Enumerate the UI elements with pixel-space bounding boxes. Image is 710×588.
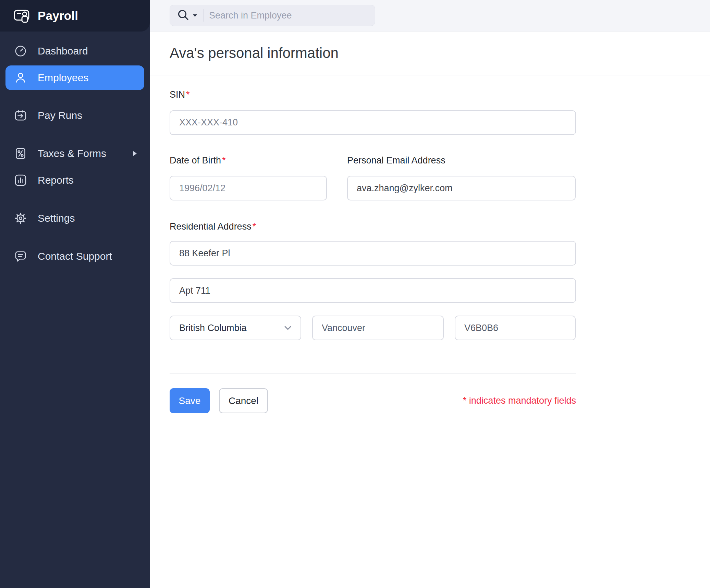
- province-select-value: British Columbia: [179, 323, 247, 333]
- form-actions: Save Cancel * indicates mandatory fields: [170, 388, 576, 413]
- sidebar-item-taxes-forms[interactable]: Taxes & Forms: [5, 141, 144, 166]
- email-input[interactable]: [347, 176, 576, 200]
- chevron-right-icon: [133, 150, 137, 157]
- page-title: Ava's personal information: [170, 45, 339, 61]
- topbar: [150, 0, 710, 32]
- search-icon: [177, 9, 191, 22]
- employees-icon: [14, 71, 27, 85]
- search-input[interactable]: [209, 10, 368, 21]
- sidebar-item-dashboard[interactable]: Dashboard: [5, 39, 144, 63]
- app-window: Payroll Dashboard Employees: [0, 0, 710, 588]
- sidebar-item-label: Dashboard: [38, 45, 88, 57]
- required-asterisk: *: [222, 156, 226, 166]
- page-header: Ava's personal information: [150, 32, 710, 75]
- sidebar-item-label: Pay Runs: [38, 110, 82, 121]
- logo-bar: Payroll: [0, 0, 150, 32]
- address-line2-input[interactable]: [170, 278, 576, 303]
- taxes-forms-icon: [14, 147, 27, 160]
- search-divider: [203, 9, 204, 22]
- required-asterisk: *: [253, 222, 256, 232]
- address-label: Residential Address*: [170, 222, 576, 232]
- dashboard-icon: [14, 44, 27, 58]
- divider: [170, 373, 576, 373]
- cancel-button[interactable]: Cancel: [219, 388, 268, 413]
- sidebar-item-pay-runs[interactable]: Pay Runs: [5, 103, 144, 128]
- sin-label-text: SIN: [170, 90, 185, 100]
- sidebar-item-contact-support[interactable]: Contact Support: [5, 244, 144, 269]
- sidebar-nav: Dashboard Employees Pay Runs: [0, 32, 150, 269]
- save-button[interactable]: Save: [170, 388, 210, 413]
- sidebar-item-employees[interactable]: Employees: [5, 65, 144, 90]
- sin-label: SIN*: [170, 90, 576, 100]
- sidebar-item-label: Contact Support: [38, 250, 112, 262]
- app-title: Payroll: [38, 9, 78, 23]
- pay-runs-icon: [14, 109, 27, 122]
- dob-input[interactable]: [170, 176, 327, 200]
- payroll-logo-icon: [13, 7, 30, 24]
- dob-label-text: Date of Birth: [170, 156, 221, 166]
- mandatory-fields-note: * indicates mandatory fields: [463, 395, 576, 406]
- email-label-text: Personal Email Address: [347, 156, 445, 166]
- sidebar-item-label: Employees: [38, 72, 88, 84]
- search-box[interactable]: [170, 5, 375, 26]
- caret-down-icon: [193, 14, 197, 17]
- settings-icon: [14, 211, 27, 225]
- sidebar-item-label: Settings: [38, 212, 75, 224]
- sidebar-item-settings[interactable]: Settings: [5, 206, 144, 231]
- required-asterisk: *: [186, 90, 190, 100]
- sidebar: Payroll Dashboard Employees: [0, 0, 150, 588]
- contact-support-icon: [14, 249, 27, 263]
- chevron-down-icon: [284, 326, 292, 330]
- main-area: Ava's personal information SIN* Date of …: [150, 0, 710, 588]
- form-content: SIN* Date of Birth* Personal Email Addre…: [150, 75, 710, 588]
- sidebar-item-label: Reports: [38, 174, 74, 186]
- city-input[interactable]: [312, 316, 444, 340]
- address-line1-input[interactable]: [170, 241, 576, 266]
- sidebar-item-label: Taxes & Forms: [38, 148, 106, 159]
- reports-icon: [14, 173, 27, 187]
- dob-label: Date of Birth*: [170, 156, 327, 166]
- sin-input[interactable]: [170, 110, 576, 135]
- postal-code-input[interactable]: [455, 316, 576, 340]
- sidebar-item-reports[interactable]: Reports: [5, 168, 144, 193]
- email-label: Personal Email Address: [347, 156, 576, 166]
- search-scope-button[interactable]: [177, 9, 197, 22]
- address-label-text: Residential Address: [170, 222, 252, 232]
- province-select[interactable]: British Columbia: [170, 316, 301, 340]
